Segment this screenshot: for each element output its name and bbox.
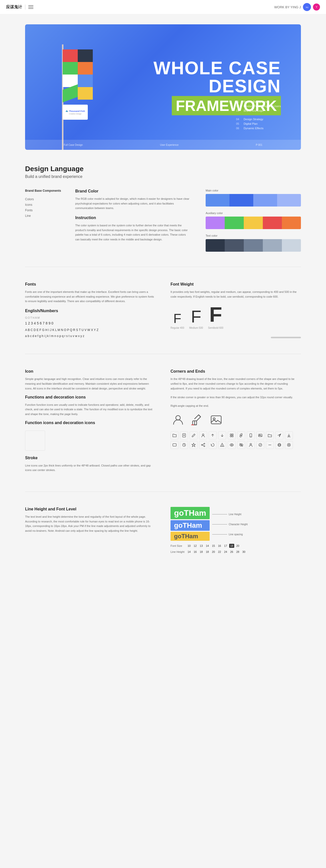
nav-item-1: 01 Project Background (236, 100, 281, 103)
grid-icon-link[interactable] (237, 431, 245, 439)
grid-icon-phone[interactable] (247, 431, 255, 439)
hero-title-line2: DESIGN (154, 77, 281, 95)
nav-item-4: 04 Design Strategy (236, 118, 281, 121)
line-height-row: Line Height 14 16 18 18 20 22 24 26 28 3… (170, 550, 301, 554)
instruction-title: Instruction (75, 216, 191, 220)
section-subtitle: Build a unified brand experience (25, 175, 301, 179)
lh-20[interactable]: 20 (211, 550, 216, 554)
lh-18[interactable]: 18 (199, 550, 204, 554)
svg-marker-27 (192, 443, 195, 447)
auxiliary-label: Auxiliary color (206, 212, 301, 215)
header: 应谋鬼计 WORK BY YING J YJ Y (0, 0, 326, 14)
aux-color-3 (244, 217, 263, 229)
grid-icon-arrow-up[interactable] (209, 431, 217, 439)
font-name: GOTHAM (25, 316, 156, 319)
func-icons-title2: Function icons and decoration icons (25, 421, 156, 425)
font-size-20[interactable]: 20 (235, 544, 240, 548)
footer-item-3: P 001 (256, 144, 262, 146)
font-size-row: Font Size 10 12 13 14 15 16 17 18 20 (170, 544, 301, 548)
sidebar-item-line[interactable]: Line (25, 213, 65, 219)
svg-point-29 (201, 444, 202, 445)
sidebar-item-fonts[interactable]: Fonts (25, 208, 65, 213)
line-height-row-label: Line Height (170, 550, 186, 553)
line-right: goTHam goTHam goTHam Line Height Charact… (170, 507, 301, 556)
grid-icon-minus[interactable] (266, 441, 274, 449)
font-size-18[interactable]: 18 (229, 544, 234, 548)
grid-icon-image2[interactable] (256, 431, 264, 439)
text-color-1 (206, 239, 225, 252)
font-size-14[interactable]: 14 (205, 544, 210, 548)
font-size-12[interactable]: 12 (193, 544, 198, 548)
hero-flag: 🐟 Thousand Fish Creative Design (40, 44, 85, 150)
lh-28[interactable]: 28 (235, 550, 240, 554)
icon-right: Corners and Ends In the 48*48 drawing bo… (170, 369, 301, 476)
svg-point-30 (204, 446, 205, 447)
sidebar-item-icons[interactable]: Icons (25, 202, 65, 208)
aux-color-1 (206, 217, 225, 229)
icon-section: Icon Simple graphic language and high re… (25, 364, 301, 482)
grid-icon-eye[interactable] (228, 441, 236, 449)
lh-18b[interactable]: 18 (205, 550, 210, 554)
font-scroll-bar (271, 337, 301, 338)
lh-16[interactable]: 16 (193, 550, 198, 554)
font-size-13[interactable]: 13 (199, 544, 204, 548)
grid-icon-edit2[interactable] (190, 431, 198, 439)
svg-point-36 (231, 444, 232, 445)
grid-icon-menu2[interactable] (228, 431, 236, 439)
lh-24[interactable]: 24 (223, 550, 228, 554)
menu-icon[interactable] (28, 5, 33, 9)
grid-icon-user2[interactable] (199, 431, 207, 439)
header-divider (25, 4, 25, 9)
gotham-demo-container: goTHam goTHam goTHam Line Height Charact… (170, 507, 301, 542)
grid-icon-clock[interactable] (180, 441, 188, 449)
font-size-15[interactable]: 15 (211, 544, 216, 548)
main-color-strip (206, 194, 301, 207)
grid-icon-globe[interactable] (275, 441, 283, 449)
line-left: Line Height and Font Level The text leve… (25, 507, 156, 556)
lh-14[interactable]: 14 (187, 550, 192, 554)
main-color-1 (206, 194, 229, 207)
grid-icon-doc[interactable] (180, 431, 188, 439)
grid-icon-refresh[interactable] (209, 441, 217, 449)
svg-line-31 (202, 444, 204, 445)
grid-icon-eye2[interactable] (237, 441, 245, 449)
lh-22[interactable]: 22 (217, 550, 222, 554)
brand-left: Brand Color The RGB color model is adopt… (75, 189, 191, 257)
hero-title-line1: WHOLE CASE (154, 59, 281, 77)
hero-footer: Full Case Design User Experience P 001 (25, 140, 301, 150)
icon-image (209, 412, 224, 427)
grid-icon-img3[interactable] (170, 441, 178, 449)
corners-desc: In the 48*48 drawing board of the line i… (170, 377, 301, 391)
svg-text:YJ: YJ (306, 6, 308, 8)
svg-rect-25 (173, 444, 176, 446)
icon-desc: Simple graphic language and high recogni… (25, 377, 156, 391)
font-size-label: Font Size (170, 544, 186, 547)
font-size-17[interactable]: 17 (223, 544, 228, 548)
grid-icon-folder[interactable] (170, 431, 178, 439)
grid-icon-arrow-down[interactable] (218, 431, 226, 439)
hero-container: 🐟 Thousand Fish Creative Design WHOLE CA… (25, 24, 301, 150)
divider-2 (25, 354, 301, 354)
grid-icon-x[interactable] (285, 441, 293, 449)
font-size-10[interactable]: 10 (187, 544, 192, 548)
avatar-small: Y (313, 3, 320, 10)
icon-edit (190, 412, 205, 427)
grid-icon-send[interactable] (275, 431, 283, 439)
grid-icon-download[interactable] (285, 431, 293, 439)
grid-icon-share[interactable] (199, 441, 207, 449)
svg-rect-19 (250, 434, 252, 437)
svg-line-32 (202, 445, 204, 446)
grid-icon-warning[interactable] (218, 441, 226, 449)
grid-icon-user3[interactable] (247, 441, 255, 449)
grid-icon-check[interactable] (256, 441, 264, 449)
font-size-16[interactable]: 16 (217, 544, 222, 548)
hero-section: 🐟 Thousand Fish Creative Design WHOLE CA… (25, 24, 301, 150)
fonts-title: Fonts (25, 282, 156, 286)
sidebar-item-colors[interactable]: Colors (25, 196, 65, 202)
lh-30[interactable]: 30 (241, 550, 246, 554)
grid-icon-star[interactable] (190, 441, 198, 449)
stroke-title: Stroke (25, 456, 156, 460)
lh-26[interactable]: 26 (229, 550, 234, 554)
svg-point-28 (204, 443, 205, 444)
grid-icon-folder2[interactable] (266, 431, 274, 439)
